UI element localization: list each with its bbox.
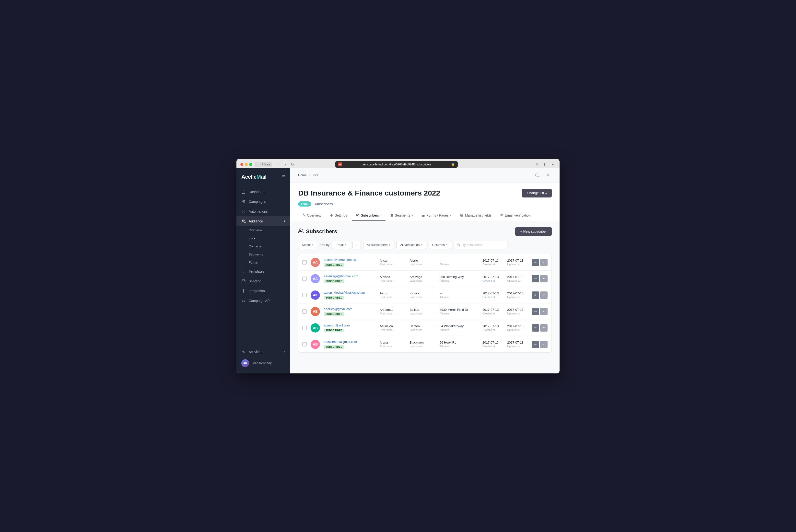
chevron-down-icon: ▾: [380, 214, 382, 217]
email-link[interactable]: abeliles@gmail.com: [324, 307, 376, 311]
chevron-down-icon: ▾: [421, 244, 422, 246]
tab-settings[interactable]: ⚙ Settings: [326, 210, 351, 221]
close-button[interactable]: [240, 163, 243, 166]
row-checkbox[interactable]: [302, 326, 307, 330]
sidebar-logo-area: AcelleMail ☰: [236, 168, 290, 185]
sort-order-button[interactable]: [353, 241, 361, 249]
sidebar-item-automations[interactable]: Automations: [236, 207, 290, 216]
more-actions-button[interactable]: ▾: [540, 291, 548, 299]
row-checkbox[interactable]: [302, 293, 307, 297]
avatar: AA: [310, 258, 320, 267]
gear-icon: ⚙: [330, 213, 333, 217]
sidebar-item-label: Automations: [249, 209, 268, 213]
row-checkbox[interactable]: [302, 342, 307, 346]
user-menu[interactable]: JK Jolie Kennedy ›: [236, 357, 290, 369]
tab-overview[interactable]: Overview: [298, 210, 325, 221]
forward-button[interactable]: ›: [282, 162, 288, 167]
sidebar-item-segments[interactable]: Segments: [236, 250, 290, 259]
tab-forms-pages[interactable]: ☰ Forms / Pages ▾: [418, 210, 455, 221]
edit-button[interactable]: ✏: [532, 324, 539, 331]
last-name-cell: Kloska Last name: [410, 291, 436, 299]
email-link[interactable]: aareizaga@hotmail.com: [324, 274, 376, 278]
address-cell: -- Address: [440, 291, 478, 299]
sidebar-item-forms[interactable]: Forms: [236, 259, 290, 266]
chevron-right-icon: ›: [284, 280, 285, 283]
address-cell: 54 Whitaker Way Address: [440, 324, 478, 331]
breadcrumb-sep: ›: [309, 173, 310, 177]
sidebar-item-overview[interactable]: Overview: [236, 226, 290, 234]
email-cell: abeliles@gmail.com SUBSCRIBED: [324, 307, 376, 316]
more-actions-button[interactable]: ▾: [540, 341, 548, 348]
minimize-button[interactable]: [245, 163, 248, 166]
svg-point-15: [299, 229, 301, 230]
more-actions-button[interactable]: ▾: [540, 308, 548, 315]
change-list-button[interactable]: Change list »: [522, 189, 552, 197]
updated-at-value: 2017-07-13: [507, 259, 528, 262]
new-tab-icon[interactable]: +: [550, 162, 556, 167]
tab-email-verification[interactable]: ✉ Email verification: [496, 210, 535, 221]
created-at-label: Created at: [482, 263, 503, 266]
svg-point-22: [458, 244, 460, 246]
edit-button[interactable]: ✏: [532, 341, 539, 348]
email-link[interactable]: aalerte@alerte.com.au: [324, 258, 376, 262]
audience-icon: [241, 219, 246, 224]
reload-button[interactable]: ↻: [289, 162, 296, 167]
address-bar[interactable]: M demo.acellemail.com/lists/5966ef9d994f…: [335, 161, 458, 168]
tab-segments[interactable]: ⊞ Segments ▾: [386, 210, 417, 221]
status-badge: SUBSCRIBED: [324, 296, 344, 300]
email-link[interactable]: ablackmon@gmail.com: [324, 340, 376, 344]
lock-icon: 🔒: [451, 163, 455, 166]
maximize-button[interactable]: [249, 163, 252, 166]
search-button[interactable]: [533, 171, 541, 179]
more-actions-button[interactable]: ▾: [540, 259, 548, 266]
download-icon[interactable]: ⬇: [534, 162, 540, 167]
row-checkbox[interactable]: [302, 277, 307, 281]
more-actions-button[interactable]: ▾: [540, 324, 548, 331]
breadcrumb-home[interactable]: Home: [298, 173, 307, 177]
sidebar-item-integration[interactable]: Integration ›: [236, 286, 290, 296]
back-button[interactable]: ‹: [275, 162, 281, 167]
first-name-cell: Alana First name: [380, 341, 405, 348]
chevron-down-icon: ▾: [312, 244, 313, 246]
sidebar-item-campaign-api[interactable]: Campaign API: [236, 296, 290, 306]
chevron-down-icon: ▾: [412, 214, 413, 217]
share-icon[interactable]: ⬆: [542, 162, 548, 167]
row-checkbox[interactable]: [302, 260, 307, 265]
sidebar-item-lists[interactable]: Lists: [236, 234, 290, 242]
row-actions: ✏ ▾: [532, 308, 548, 315]
sidebar-item-contacts[interactable]: Contacts: [236, 242, 290, 250]
sidebar-item-sending[interactable]: Sending ›: [236, 276, 290, 286]
edit-button[interactable]: ✏: [532, 275, 539, 282]
sidebar-item-campaigns[interactable]: Campaigns: [236, 197, 290, 207]
row-checkbox[interactable]: [302, 309, 307, 314]
tab-manage-list-fields[interactable]: Manage list fields: [456, 210, 495, 221]
sidebar-toggle-icon[interactable]: ☰: [282, 174, 285, 179]
tab-subscribers[interactable]: Subscribers ▾: [352, 210, 385, 221]
theme-toggle-button[interactable]: ☀: [544, 171, 552, 179]
last-name-cell: Beliles Last name: [410, 308, 436, 315]
external-link-icon: ↗: [283, 350, 285, 353]
more-actions-button[interactable]: ▾: [540, 275, 548, 282]
edit-button[interactable]: ✏: [532, 259, 539, 266]
edit-button[interactable]: ✏: [532, 308, 539, 315]
sidebar-item-activities[interactable]: Activities ↗: [236, 347, 290, 357]
edit-button[interactable]: ✏: [532, 291, 539, 299]
search-input[interactable]: Type to search: [454, 241, 507, 249]
new-subscriber-button[interactable]: + New subscriber: [515, 227, 552, 236]
automations-icon: [241, 209, 246, 214]
table-row: AA aalerte@alerte.com.au SUBSCRIBED Alic…: [298, 254, 551, 271]
chevron-down-icon: ▾: [450, 214, 451, 217]
created-at-cell: 2017-07-13 Created at: [482, 324, 503, 331]
topbar: Home › Lists ☀: [290, 168, 560, 183]
email-sort-filter[interactable]: Email ▾: [332, 241, 350, 249]
all-subscribers-filter[interactable]: All subscribers ▾: [363, 241, 394, 249]
select-filter[interactable]: Select ▾: [298, 241, 317, 249]
email-link[interactable]: aaron_kloska@kloska.net.au: [324, 291, 376, 294]
sending-icon: [241, 279, 246, 283]
sidebar-item-templates[interactable]: Templates: [236, 266, 290, 276]
columns-filter[interactable]: Columns ▾: [429, 241, 451, 249]
all-verification-filter[interactable]: All verification ▾: [396, 241, 426, 249]
sidebar-item-dashboard[interactable]: Dashboard: [236, 187, 290, 197]
email-link[interactable]: aberson@aol.com: [324, 323, 376, 327]
sidebar-item-audience[interactable]: Audience ▾: [236, 216, 290, 226]
